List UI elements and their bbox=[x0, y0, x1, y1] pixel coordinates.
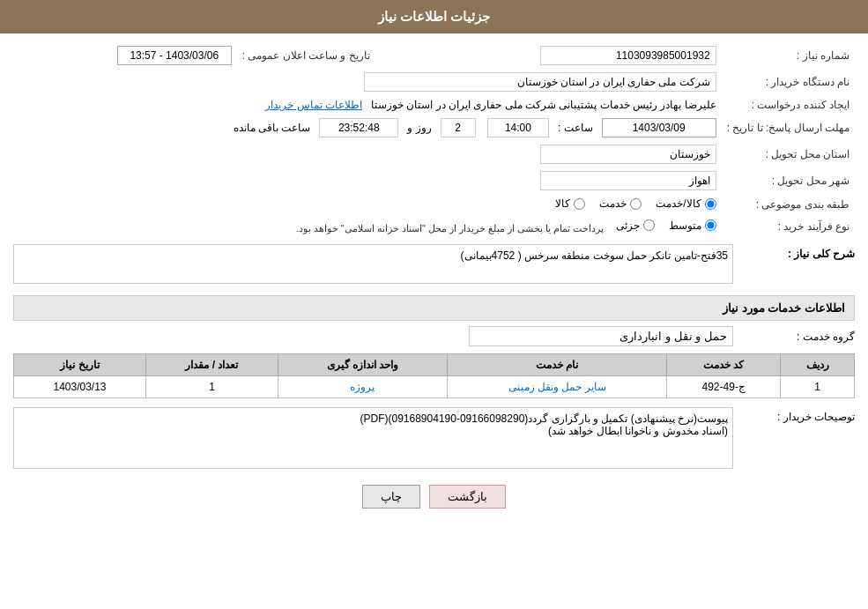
col-tedad: تعداد / مقدار bbox=[146, 354, 278, 376]
radio-jozi-label: جزئی bbox=[616, 219, 640, 232]
col-tarikh: تاریخ نیاز bbox=[14, 354, 146, 376]
info-table: شماره نیاز : 1103093985001932 تاریخ و سا… bbox=[13, 42, 855, 237]
ostan-value: خوزستان bbox=[13, 141, 722, 167]
button-row: بازگشت چاپ bbox=[13, 485, 855, 509]
services-section-header: اطلاعات خدمات مورد نیاز bbox=[13, 295, 855, 321]
col-kod: کد خدمت bbox=[667, 354, 781, 376]
tosih-textarea[interactable] bbox=[13, 407, 733, 469]
sharh-textarea[interactable] bbox=[13, 244, 733, 284]
tosih-container bbox=[13, 407, 733, 472]
table-cell-4: 1 bbox=[146, 376, 278, 398]
mohlat-row: 1403/03/09 ساعت : 14:00 2 روز و 23:52:48… bbox=[13, 115, 722, 141]
mohlat-label: مهلت ارسال پاسخ: تا تاریخ : bbox=[722, 115, 855, 141]
tabaqe-radio-group: کالا خدمت کالا/خدمت bbox=[555, 197, 716, 210]
now-value: جزئی متوسط پرداخت تمام یا بخشی از مبلغ خ… bbox=[13, 216, 722, 238]
ijad-display: علیرضا بهادر رئیس خدمات پشتیبانی شرکت مل… bbox=[371, 99, 716, 111]
mohlat-date: 1403/03/09 bbox=[602, 118, 716, 137]
nam-dastgah-value: شرکت ملی حفاری ایران در استان خوزستان bbox=[13, 69, 722, 95]
mohlat-roz-label: روز و bbox=[407, 122, 431, 134]
tarikh-elan-value: 1403/03/06 - 13:57 bbox=[13, 42, 237, 69]
table-cell-5: 1403/03/13 bbox=[14, 376, 146, 398]
grouh-section: گروه خدمت : bbox=[13, 326, 855, 346]
page-header: جزئیات اطلاعات نیاز bbox=[0, 0, 868, 33]
mohlat-saat-label: ساعت : bbox=[558, 122, 593, 134]
tosih-label: توصیحات خریدار : bbox=[740, 407, 855, 423]
ijad-label: ایجاد کننده درخواست : bbox=[722, 95, 855, 115]
nam-dastgah-display: شرکت ملی حفاری ایران در استان خوزستان bbox=[364, 72, 716, 92]
radio-khedmat[interactable] bbox=[630, 198, 642, 210]
table-cell-0: 1 bbox=[781, 376, 855, 398]
radio-kala-item: کالا bbox=[555, 197, 585, 210]
ijad-value: علیرضا بهادر رئیس خدمات پشتیبانی شرکت مل… bbox=[13, 95, 722, 115]
radio-motevaset-label: متوسط bbox=[669, 219, 701, 232]
now-radio-group: جزئی متوسط bbox=[616, 219, 716, 232]
tosih-watermark-area bbox=[13, 407, 733, 472]
radio-kala-khedmat-item: کالا/خدمت bbox=[656, 197, 716, 210]
sharh-label: شرح کلی نیاز : bbox=[740, 244, 855, 260]
mohlat-roz: 2 bbox=[441, 118, 476, 137]
radio-jozi-item: جزئی bbox=[616, 219, 655, 232]
page-wrapper: جزئیات اطلاعات نیاز شماره نیاز : 1103093… bbox=[0, 0, 868, 609]
grouh-input[interactable] bbox=[469, 326, 733, 346]
table-cell-3: پروژه bbox=[278, 376, 447, 398]
sharh-container: document.addEventListener('DOMContentLoa… bbox=[13, 244, 733, 286]
radio-jozi[interactable] bbox=[643, 219, 655, 231]
shahr-value: اهواز bbox=[13, 167, 722, 194]
col-nam: نام خدمت bbox=[447, 354, 666, 376]
tarikh-elan-label: تاریخ و ساعت اعلان عمومی : bbox=[237, 42, 388, 69]
radio-motevaset[interactable] bbox=[705, 219, 716, 231]
main-content: شماره نیاز : 1103093985001932 تاریخ و سا… bbox=[0, 33, 868, 526]
ostan-label: استان محل تحویل : bbox=[722, 141, 855, 167]
page-title: جزئیات اطلاعات نیاز bbox=[378, 9, 490, 24]
mohlat-remaining-label: ساعت باقی مانده bbox=[234, 122, 311, 134]
ettelaat-link[interactable]: اطلاعات تماس خریدار bbox=[265, 99, 362, 111]
shomara-niaz-label: شماره نیاز : bbox=[722, 42, 855, 69]
table-cell-2: سایر حمل ونقل زمینی bbox=[447, 376, 666, 398]
radio-kala-khedmat[interactable] bbox=[705, 198, 716, 210]
mohlat-saat: 14:00 bbox=[487, 118, 549, 137]
tosih-section: توصیحات خریدار : bbox=[13, 407, 855, 472]
radio-khedmat-item: خدمت bbox=[599, 197, 642, 210]
col-vahed: واحد اندازه گیری bbox=[278, 354, 447, 376]
grouh-label: گروه خدمت : bbox=[740, 330, 855, 343]
sharh-watermark-area: document.addEventListener('DOMContentLoa… bbox=[13, 244, 733, 286]
shahr-display: اهواز bbox=[540, 171, 716, 190]
back-button[interactable]: بازگشت bbox=[429, 485, 506, 509]
tabaqe-label: طبقه بندی موضوعی : bbox=[722, 194, 855, 216]
table-row: 1ج-49-492سایر حمل ونقل زمینیپروژه11403/0… bbox=[14, 376, 855, 398]
print-button[interactable]: چاپ bbox=[362, 485, 420, 509]
table-cell-1: ج-49-492 bbox=[667, 376, 781, 398]
mohlat-remaining: 23:52:48 bbox=[319, 118, 398, 137]
shahr-label: شهر محل تحویل : bbox=[722, 167, 855, 194]
now-description: پرداخت تمام یا بخشی از مبلغ خریدار از مح… bbox=[296, 222, 605, 233]
radio-kala[interactable] bbox=[574, 198, 585, 210]
now-label: نوع فرآیند خرید : bbox=[722, 216, 855, 238]
tarikh-elan-display: 1403/03/06 - 13:57 bbox=[117, 46, 232, 65]
sharh-section: شرح کلی نیاز : document.addEventListener… bbox=[13, 244, 855, 286]
shomara-niaz-display: 1103093985001932 bbox=[540, 46, 716, 65]
ostan-display: خوزستان bbox=[540, 145, 716, 164]
tabaqe-value: کالا خدمت کالا/خدمت bbox=[13, 194, 722, 216]
radio-kala-khedmat-label: کالا/خدمت bbox=[656, 197, 701, 210]
services-table: ردیف کد خدمت نام خدمت واحد اندازه گیری ت… bbox=[13, 353, 855, 398]
radio-kala-label: کالا bbox=[555, 197, 570, 210]
radio-motevaset-item: متوسط bbox=[669, 219, 716, 232]
nam-dastgah-label: نام دستگاه خریدار : bbox=[722, 69, 855, 95]
shomara-niaz-value: 1103093985001932 bbox=[388, 42, 722, 69]
radio-khedmat-label: خدمت bbox=[599, 197, 627, 210]
col-radif: ردیف bbox=[781, 354, 855, 376]
